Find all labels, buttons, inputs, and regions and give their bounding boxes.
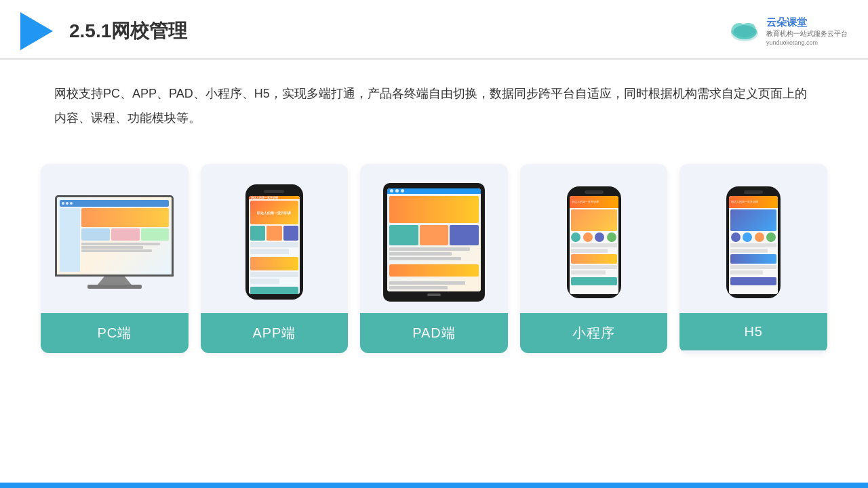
pc-mockup (54, 195, 176, 289)
card-h5-image: 职达人的第一堂升职课 (679, 164, 827, 313)
brand-text: 云朵课堂 教育机构一站式服务云平台 yunduoketang.com (766, 15, 848, 47)
brand-slogan1: 教育机构一站式服务云平台 (766, 29, 848, 39)
card-pad: PAD端 (360, 164, 508, 353)
logo-triangle-icon (20, 12, 53, 50)
page-title: 2.5.1网校管理 (69, 18, 187, 44)
h5-phone-mockup: 职达人的第一堂升职课 (726, 186, 781, 298)
page-header: 2.5.1网校管理 云朵课堂 教育机构一站式服务云平台 yunduoketang… (0, 0, 868, 60)
section-number: 2.5.1 (69, 20, 111, 41)
card-h5-label: H5 (679, 313, 827, 350)
title-text: 网校管理 (111, 20, 187, 41)
header-right: 云朵课堂 教育机构一站式服务云平台 yunduoketang.com (727, 15, 848, 47)
header-left: 2.5.1网校管理 (20, 12, 187, 50)
card-miniapp-image: 职达人的第一堂升职课 (520, 164, 668, 313)
card-pc-label: PC端 (41, 313, 189, 353)
description-content: 网校支持PC、APP、PAD、小程序、H5，实现多端打通，产品各终端自由切换，数… (54, 87, 807, 125)
pad-tablet-mockup (383, 183, 485, 302)
brand-url: yunduoketang.com (766, 39, 848, 47)
cloud-icon (727, 18, 762, 44)
description-text: 网校支持PC、APP、PAD、小程序、H5，实现多端打通，产品各终端自由切换，数… (0, 60, 868, 144)
app-phone-mockup: 职达人的第一堂升职课 职达人的第一堂升职课 (245, 184, 303, 300)
brand-name: 云朵课堂 (766, 15, 848, 29)
card-app-label: APP端 (201, 313, 349, 353)
svg-point-6 (734, 25, 755, 37)
card-miniapp: 职达人的第一堂升职课 (520, 164, 668, 353)
card-pad-image (360, 164, 508, 313)
card-pc: PC端 (41, 164, 189, 353)
card-app: 职达人的第一堂升职课 职达人的第一堂升职课 (201, 164, 349, 353)
cards-container: PC端 职达人的第一堂升职课 职达人的第一堂升职课 (0, 150, 868, 373)
pc-screen (55, 195, 174, 277)
brand-logo: 云朵课堂 教育机构一站式服务云平台 yunduoketang.com (727, 15, 848, 47)
card-pc-image (41, 164, 189, 313)
card-h5: 职达人的第一堂升职课 (679, 164, 827, 353)
card-miniapp-label: 小程序 (520, 313, 668, 353)
card-pad-label: PAD端 (360, 313, 508, 353)
bottom-bar (0, 483, 868, 488)
miniapp-phone-mockup: 职达人的第一堂升职课 (567, 186, 621, 298)
card-app-image: 职达人的第一堂升职课 职达人的第一堂升职课 (201, 164, 349, 313)
